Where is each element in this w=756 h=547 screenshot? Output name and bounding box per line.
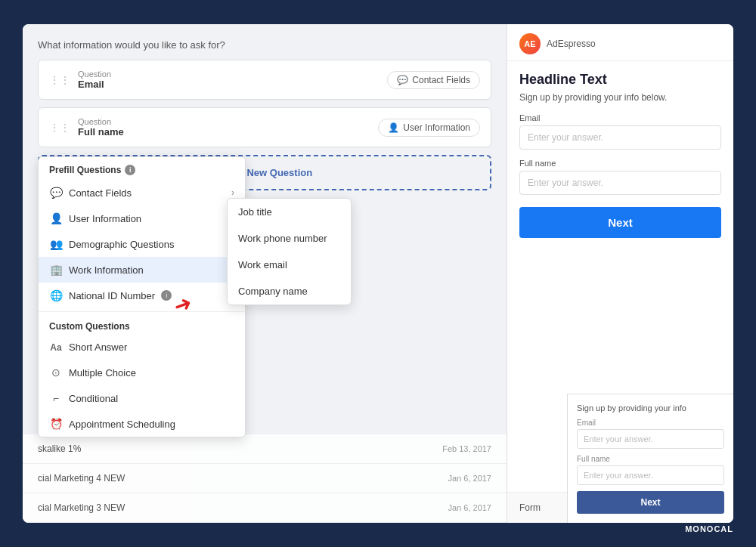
submenu-item-work-phone[interactable]: Work phone number bbox=[228, 225, 351, 252]
contact-fields-icon: 💬 bbox=[49, 187, 63, 199]
form-nav-label: Form bbox=[519, 502, 541, 513]
submenu-item-work-email[interactable]: Work email bbox=[228, 252, 351, 278]
work-info-icon: 🏢 bbox=[49, 264, 63, 276]
second-email-label: Email bbox=[577, 419, 724, 427]
menu-item-conditional[interactable]: ⌐ Conditional bbox=[39, 385, 245, 411]
table-row-0: skalike 1% Feb 13, 2017 bbox=[23, 434, 507, 464]
menu-item-multiple-choice[interactable]: ⊙ Multiple Choice bbox=[39, 360, 245, 385]
bg-table: skalike 1% Feb 13, 2017 cial Marketing 4… bbox=[23, 434, 507, 523]
question-row-fullname-left: ⋮⋮ Question Full name bbox=[49, 117, 124, 138]
field-label-email: Email bbox=[519, 113, 721, 122]
menu-item-contact-fields[interactable]: 💬 Contact Fields › bbox=[39, 180, 245, 206]
menu-item-user-info[interactable]: 👤 User Information › bbox=[39, 206, 245, 231]
second-fullname-input[interactable]: Enter your answer. bbox=[577, 465, 724, 485]
work-info-submenu: Job title Work phone number Work email C… bbox=[227, 198, 352, 305]
question-row-email-left: ⋮⋮ Question Email bbox=[49, 70, 111, 90]
table-row-2-date: Jan 6, 2017 bbox=[448, 503, 492, 512]
next-button[interactable]: Next bbox=[519, 207, 721, 238]
right-panel: AE AdEspresso Headline Text Sign up by p… bbox=[507, 24, 733, 523]
field-input-fullname[interactable]: Enter your answer. bbox=[519, 171, 721, 195]
menu-item-short-answer-left: Aa Short Answer bbox=[49, 341, 127, 353]
table-row-0-name: skalike 1% bbox=[38, 443, 427, 454]
prefill-info-icon: i bbox=[125, 165, 135, 175]
q-name-email: Email bbox=[78, 79, 111, 90]
field-label-fullname: Full name bbox=[519, 159, 721, 168]
main-container: What information would you like to ask f… bbox=[23, 24, 733, 523]
q-type-fullname: Question bbox=[78, 117, 124, 126]
appointment-label: Appointment Scheduling bbox=[69, 419, 175, 430]
multiple-choice-label: Multiple Choice bbox=[69, 367, 136, 379]
left-panel: What information would you like to ask f… bbox=[23, 24, 507, 523]
short-answer-icon: Aa bbox=[49, 342, 63, 353]
contact-fields-label: Contact Fields bbox=[69, 187, 132, 199]
table-row-1-name: cial Marketing 4 NEW bbox=[38, 473, 433, 484]
table-row-1-date: Jan 6, 2017 bbox=[448, 474, 492, 483]
question-info-email: Question Email bbox=[78, 70, 111, 90]
appointment-icon: ⏰ bbox=[49, 418, 63, 430]
demographic-label: Demographic Questions bbox=[69, 239, 174, 250]
menu-item-work-info-left: 🏢 Work Information bbox=[49, 264, 144, 276]
national-id-icon: 🌐 bbox=[49, 289, 63, 301]
multiple-choice-icon: ⊙ bbox=[49, 366, 63, 379]
work-info-label: Work Information bbox=[69, 264, 144, 276]
question-row-email: ⋮⋮ Question Email 💬 Contact Fields bbox=[38, 60, 491, 100]
menu-item-appointment[interactable]: ⏰ Appointment Scheduling bbox=[39, 411, 245, 437]
divider bbox=[39, 311, 245, 312]
drag-icon-email: ⋮⋮ bbox=[49, 74, 70, 86]
user-info-icon: 👤 bbox=[49, 212, 63, 224]
tag-icon-contact: 💬 bbox=[397, 75, 408, 85]
q-type-email: Question bbox=[78, 70, 111, 79]
monocal-text: MONOCAL bbox=[685, 524, 733, 533]
prefill-dropdown: Prefill Questions i 💬 Contact Fields › 👤… bbox=[38, 156, 246, 437]
q-name-fullname: Full name bbox=[78, 126, 124, 138]
tag-btn-contact-fields[interactable]: 💬 Contact Fields bbox=[387, 71, 480, 89]
second-preview-subtitle: Sign up by providing your info bbox=[577, 403, 724, 413]
menu-item-short-answer[interactable]: Aa Short Answer bbox=[39, 335, 245, 360]
national-id-label: National ID Number bbox=[69, 290, 155, 301]
conditional-label: Conditional bbox=[69, 393, 118, 404]
menu-item-appointment-left: ⏰ Appointment Scheduling bbox=[49, 418, 175, 430]
menu-item-demographic-left: 👥 Demographic Questions bbox=[49, 238, 174, 250]
table-row-0-date: Feb 13, 2017 bbox=[442, 444, 491, 453]
drag-icon-fullname: ⋮⋮ bbox=[49, 122, 70, 134]
table-row-2-name: cial Marketing 3 NEW bbox=[38, 502, 433, 513]
menu-item-conditional-left: ⌐ Conditional bbox=[49, 392, 118, 404]
menu-item-national-id-left: 🌐 National ID Number i bbox=[49, 289, 172, 301]
submenu-item-company-name[interactable]: Company name bbox=[228, 278, 351, 304]
prefill-section-title: Prefill Questions i bbox=[39, 157, 245, 180]
menu-item-national-id[interactable]: 🌐 National ID Number i › bbox=[39, 283, 245, 308]
second-email-input[interactable]: Enter your answer. bbox=[577, 429, 724, 449]
tag-btn-user-info[interactable]: 👤 User Information bbox=[378, 119, 480, 137]
custom-section-title: Custom Questions bbox=[39, 315, 245, 335]
menu-item-demographic[interactable]: 👥 Demographic Questions › bbox=[39, 231, 245, 257]
tag-label-contact: Contact Fields bbox=[412, 75, 470, 85]
tag-icon-user: 👤 bbox=[388, 122, 399, 133]
menu-item-contact-fields-left: 💬 Contact Fields bbox=[49, 187, 132, 199]
short-answer-label: Short Answer bbox=[69, 341, 127, 353]
tag-label-user: User Information bbox=[403, 122, 470, 133]
preview-subtitle: Sign up by providing your info below. bbox=[519, 92, 721, 103]
preview-header: AE AdEspresso bbox=[507, 24, 733, 61]
submenu-item-job-title[interactable]: Job title bbox=[228, 199, 351, 225]
brand-avatar: AE bbox=[519, 33, 541, 54]
second-fullname-label: Full name bbox=[577, 455, 724, 463]
second-next-button[interactable]: Next bbox=[577, 491, 724, 514]
user-info-label: User Information bbox=[69, 213, 141, 224]
menu-item-multiple-choice-left: ⊙ Multiple Choice bbox=[49, 366, 136, 379]
demographic-icon: 👥 bbox=[49, 238, 63, 250]
table-row-1: cial Marketing 4 NEW Jan 6, 2017 bbox=[23, 464, 507, 493]
second-preview: Sign up by providing your info Email Ent… bbox=[567, 394, 733, 523]
field-input-email[interactable]: Enter your answer. bbox=[519, 125, 721, 150]
conditional-icon: ⌐ bbox=[49, 392, 63, 404]
question-row-fullname: ⋮⋮ Question Full name 👤 User Information bbox=[38, 107, 491, 147]
chevron-contact-fields: › bbox=[231, 187, 234, 198]
table-row-2: cial Marketing 3 NEW Jan 6, 2017 bbox=[23, 493, 507, 523]
menu-item-user-info-left: 👤 User Information bbox=[49, 212, 141, 224]
question-info-fullname: Question Full name bbox=[78, 117, 124, 138]
menu-item-work-info[interactable]: 🏢 Work Information › bbox=[39, 257, 245, 283]
brand-name: AdEspresso bbox=[547, 39, 596, 49]
preview-headline: Headline Text bbox=[519, 72, 721, 88]
question-label: What information would you like to ask f… bbox=[38, 39, 491, 51]
